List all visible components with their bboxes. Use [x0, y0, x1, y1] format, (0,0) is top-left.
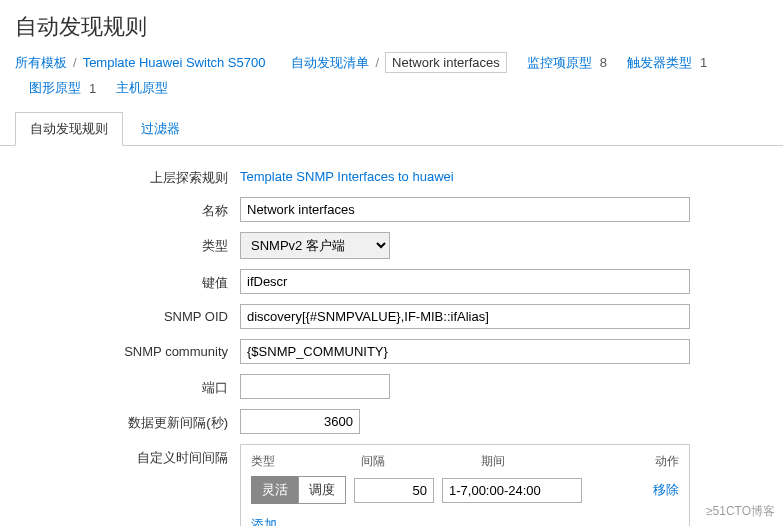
breadcrumb: 所有模板 / Template Huawei Switch S5700 自动发现… [0, 52, 783, 107]
tab-filter[interactable]: 过滤器 [127, 113, 194, 145]
breadcrumb-sep: / [73, 55, 77, 70]
label-update-interval: 数据更新间隔(秒) [15, 409, 240, 432]
header-action: 动作 [631, 453, 679, 470]
update-interval-input[interactable] [240, 409, 360, 434]
row-parent: 上层探索规则 Template SNMP Interfaces to huawe… [15, 164, 768, 187]
row-type: 类型 SNMPv2 客户端 [15, 232, 768, 259]
stat-graph-proto[interactable]: 图形原型 [29, 79, 81, 97]
row-community: SNMP community [15, 339, 768, 364]
oid-input[interactable] [240, 304, 690, 329]
breadcrumb-all-templates[interactable]: 所有模板 [15, 54, 67, 72]
add-link[interactable]: 添加 [251, 516, 277, 526]
interval-headers: 类型 间隔 期间 动作 [251, 453, 679, 470]
label-type: 类型 [15, 232, 240, 255]
header-type: 类型 [251, 453, 361, 470]
row-custom-interval: 自定义时间间隔 类型 间隔 期间 动作 灵活 调度 移除 [15, 444, 768, 526]
remove-link[interactable]: 移除 [653, 481, 679, 499]
tabs: 自动发现规则 过滤器 [0, 111, 783, 146]
header-interval: 间隔 [361, 453, 481, 470]
label-oid: SNMP OID [15, 304, 240, 324]
breadcrumb-current: Network interfaces [385, 52, 507, 73]
form-area: 上层探索规则 Template SNMP Interfaces to huawe… [0, 146, 783, 526]
community-input[interactable] [240, 339, 690, 364]
stat-trigger-count: 1 [700, 55, 707, 70]
port-input[interactable] [240, 374, 390, 399]
label-parent: 上层探索规则 [15, 164, 240, 187]
tab-rule[interactable]: 自动发现规则 [15, 112, 123, 146]
header-period: 期间 [481, 453, 631, 470]
label-custom-interval: 自定义时间间隔 [15, 444, 240, 467]
sched-button[interactable]: 调度 [298, 476, 346, 504]
stat-host-proto[interactable]: 主机原型 [116, 79, 168, 97]
stat-graph-count: 1 [89, 81, 96, 96]
row-oid: SNMP OID [15, 304, 768, 329]
stat-monitor-count: 8 [600, 55, 607, 70]
name-input[interactable] [240, 197, 690, 222]
label-community: SNMP community [15, 339, 240, 359]
key-input[interactable] [240, 269, 690, 294]
stat-monitor-proto[interactable]: 监控项原型 [527, 54, 592, 72]
breadcrumb-discovery-list[interactable]: 自动发现清单 [291, 54, 369, 72]
page-title: 自动发现规则 [15, 12, 768, 42]
interval-box: 类型 间隔 期间 动作 灵活 调度 移除 添加 [240, 444, 690, 526]
row-port: 端口 [15, 374, 768, 399]
row-update-interval: 数据更新间隔(秒) [15, 409, 768, 434]
type-select[interactable]: SNMPv2 客户端 [240, 232, 390, 259]
flex-button[interactable]: 灵活 [251, 476, 298, 504]
interval-row: 灵活 调度 移除 [251, 476, 679, 504]
type-toggle: 灵活 调度 [251, 476, 346, 504]
breadcrumb-sep: / [375, 55, 379, 70]
breadcrumb-template[interactable]: Template Huawei Switch S5700 [83, 55, 266, 70]
page-header: 自动发现规则 [0, 0, 783, 52]
row-key: 键值 [15, 269, 768, 294]
interval-input[interactable] [354, 478, 434, 503]
stat-trigger-proto[interactable]: 触发器类型 [627, 54, 692, 72]
parent-link[interactable]: Template SNMP Interfaces to huawei [240, 164, 454, 184]
label-key: 键值 [15, 269, 240, 292]
row-name: 名称 [15, 197, 768, 222]
label-name: 名称 [15, 197, 240, 220]
watermark: ≥51CTO博客 [706, 503, 775, 520]
period-input[interactable] [442, 478, 582, 503]
label-port: 端口 [15, 374, 240, 397]
